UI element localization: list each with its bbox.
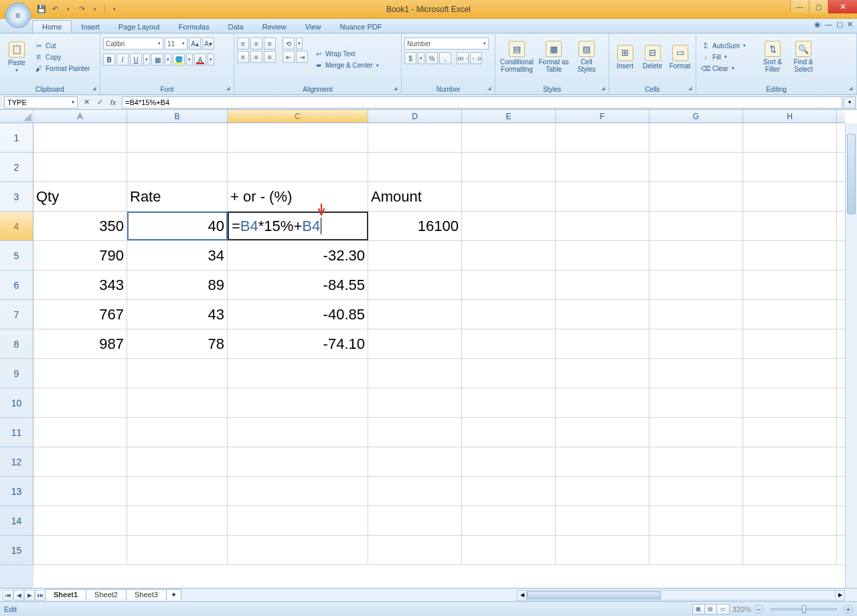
cell-F11[interactable] <box>556 418 649 447</box>
cell-E2[interactable] <box>462 153 556 181</box>
row-header-11[interactable]: 11 <box>0 418 33 447</box>
cell-A8[interactable]: 987 <box>33 329 127 358</box>
close-button[interactable]: ✕ <box>828 0 857 13</box>
cell-G2[interactable] <box>649 153 743 181</box>
grow-font-button[interactable]: A▴ <box>189 37 201 50</box>
cell-H2[interactable] <box>743 153 837 181</box>
cell-H14[interactable] <box>743 506 837 535</box>
cell-H1[interactable] <box>743 123 837 152</box>
cell-C1[interactable] <box>228 123 368 152</box>
cell-E15[interactable] <box>462 536 556 564</box>
format-button[interactable]: ▭Format <box>667 35 693 79</box>
cell-C7[interactable]: -40.85 <box>228 300 368 329</box>
cell-H11[interactable] <box>743 418 837 447</box>
row-header-12[interactable]: 12 <box>0 447 33 477</box>
cell-A1[interactable] <box>33 123 127 152</box>
cell-E12[interactable] <box>462 447 556 476</box>
row-header-1[interactable]: 1 <box>0 123 33 153</box>
cell-C5[interactable]: -32.30 <box>228 241 368 270</box>
cell-B12[interactable] <box>127 447 228 476</box>
cell-H10[interactable] <box>743 388 837 417</box>
cell-C3[interactable]: + or - (%) <box>228 182 368 211</box>
cell-H12[interactable] <box>743 447 837 476</box>
clear-button[interactable]: ⌫Clear▾ <box>699 63 757 74</box>
cell-B3[interactable]: Rate <box>127 182 228 211</box>
cell-A5[interactable]: 790 <box>33 241 127 270</box>
border-dropdown[interactable]: ▾ <box>165 54 171 66</box>
column-header-C[interactable]: C <box>228 110 368 123</box>
scroll-right-button[interactable]: ▶ <box>835 591 844 600</box>
insert-button[interactable]: ⊞Insert <box>612 35 638 79</box>
autosum-button[interactable]: ΣAutoSum▾ <box>699 40 757 51</box>
cell-A14[interactable] <box>33 506 127 535</box>
cell-C11[interactable] <box>228 418 368 447</box>
wrap-text-button[interactable]: ↩Wrap Text <box>312 49 381 60</box>
cell-B13[interactable] <box>127 477 228 506</box>
enter-formula-button[interactable]: ✓ <box>94 96 106 108</box>
cell-A12[interactable] <box>33 447 127 476</box>
cell-D6[interactable] <box>368 271 462 299</box>
zoom-out-button[interactable]: − <box>754 605 763 614</box>
cell-C14[interactable] <box>228 506 368 535</box>
cell-D7[interactable] <box>368 300 462 329</box>
page-layout-view-button[interactable]: ▤ <box>705 605 717 614</box>
minimize-ribbon-icon[interactable]: — <box>825 20 832 29</box>
orientation-dropdown[interactable]: ▾ <box>296 37 303 50</box>
row-header-15[interactable]: 15 <box>0 536 33 565</box>
italic-button[interactable]: I <box>116 54 129 66</box>
cell-E8[interactable] <box>462 329 556 358</box>
page-break-view-button[interactable]: ▭ <box>717 605 729 614</box>
cut-button[interactable]: ✂Cut <box>32 40 92 51</box>
increase-decimal-button[interactable]: .00→ <box>457 52 469 64</box>
cell-E13[interactable] <box>462 477 556 506</box>
cell-D4[interactable]: 16100 <box>368 212 462 240</box>
minimize-button[interactable]: — <box>790 0 809 13</box>
cell-A9[interactable] <box>33 359 127 388</box>
tab-formulas[interactable]: Formulas <box>169 21 219 33</box>
row-header-14[interactable]: 14 <box>0 506 33 536</box>
copy-button[interactable]: ⎘Copy <box>32 52 92 62</box>
paste-button[interactable]: 📋 Paste ▾ <box>3 35 31 79</box>
cell-C4[interactable]: =B4*15%+B4 <box>228 212 368 240</box>
cell-E11[interactable] <box>462 418 556 447</box>
cell-H3[interactable] <box>743 182 837 211</box>
format-painter-button[interactable]: 🖌Format Painter <box>32 63 92 74</box>
font-size-select[interactable]: 11▾ <box>165 37 187 50</box>
cell-B2[interactable] <box>127 153 228 181</box>
tab-nuance-pdf[interactable]: Nuance PDF <box>330 21 391 33</box>
cell-F9[interactable] <box>556 359 649 388</box>
horizontal-scrollbar[interactable]: ◀ ▶ <box>517 590 845 601</box>
row-header-3[interactable]: 3 <box>0 182 33 212</box>
first-sheet-button[interactable]: ⏮ <box>3 590 13 601</box>
font-color-dropdown[interactable]: ▾ <box>208 54 214 66</box>
cell-B15[interactable] <box>127 536 228 564</box>
column-header-G[interactable]: G <box>649 110 743 123</box>
format-as-table-button[interactable]: ▦Format as Table <box>537 35 570 79</box>
undo-icon[interactable]: ↶ <box>50 4 60 15</box>
cell-C2[interactable] <box>228 153 368 181</box>
align-left-button[interactable]: ≡ <box>237 51 249 63</box>
dropdown-icon[interactable]: ▾ <box>72 99 74 105</box>
zoom-level[interactable]: 320% <box>732 605 751 613</box>
office-button[interactable]: ⊞ <box>5 3 31 28</box>
dropdown-icon[interactable]: ▾ <box>90 4 100 15</box>
cell-C13[interactable] <box>228 477 368 506</box>
cell-B1[interactable] <box>127 123 228 152</box>
align-middle-button[interactable]: ≡ <box>250 37 262 50</box>
cell-H8[interactable] <box>743 329 837 358</box>
currency-button[interactable]: $ <box>404 52 416 64</box>
vertical-scrollbar[interactable] <box>845 123 857 588</box>
cell-D1[interactable] <box>368 123 462 152</box>
row-header-13[interactable]: 13 <box>0 477 33 506</box>
fill-button[interactable]: ↓Fill▾ <box>699 52 757 62</box>
tab-home[interactable]: Home <box>32 20 72 33</box>
cell-H7[interactable] <box>743 300 837 329</box>
cell-C8[interactable]: -74.10 <box>228 329 368 358</box>
cell-H4[interactable] <box>743 212 837 240</box>
cell-D3[interactable]: Amount <box>368 182 462 211</box>
cell-E9[interactable] <box>462 359 556 388</box>
fill-dropdown[interactable]: ▾ <box>186 54 193 66</box>
currency-dropdown[interactable]: ▾ <box>418 52 424 64</box>
cell-G4[interactable] <box>649 212 743 240</box>
cell-D10[interactable] <box>368 388 462 417</box>
